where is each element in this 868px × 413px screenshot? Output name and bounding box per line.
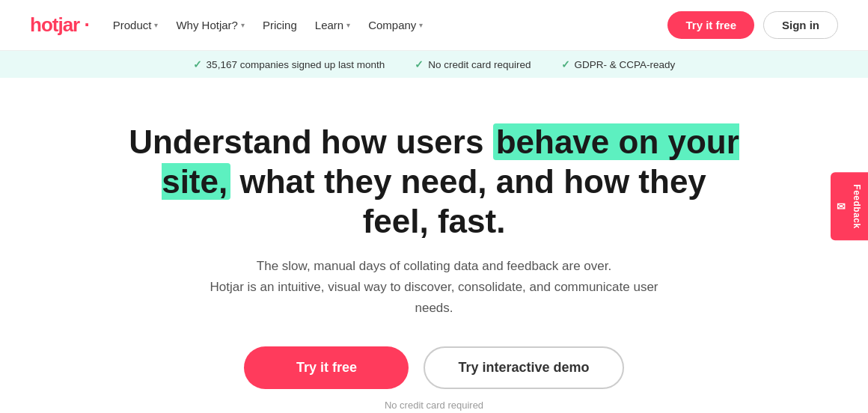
- nav-item-learn[interactable]: Learn ▾: [315, 19, 350, 31]
- trust-banner: ✓ 35,167 companies signed up last month …: [0, 51, 868, 78]
- nav-item-company[interactable]: Company ▾: [368, 19, 423, 31]
- check-icon: ✓: [561, 58, 570, 70]
- banner-text-no-cc: No credit card required: [428, 59, 531, 70]
- logo-accent: jar: [58, 13, 79, 36]
- hero-subtext: The slow, manual days of collating data …: [202, 256, 666, 319]
- nav-links: Product ▾ Why Hotjar? ▾ Pricing Learn ▾ …: [113, 19, 424, 31]
- chevron-down-icon: ▾: [154, 21, 158, 29]
- nav-item-learn-label: Learn: [315, 19, 343, 31]
- logo[interactable]: hotjar ·: [30, 13, 89, 37]
- hero-headline: Understand how users behave on your site…: [127, 123, 741, 241]
- headline-before: Understand how users: [129, 123, 493, 160]
- check-icon: ✓: [193, 58, 202, 70]
- envelope-icon: ✉: [837, 201, 846, 212]
- banner-text-companies: 35,167 companies signed up last month: [207, 59, 385, 70]
- feedback-label: Feedback: [852, 184, 862, 228]
- logo-dot: ·: [84, 13, 88, 36]
- headline-after: what they need, and how they feel, fast.: [230, 163, 706, 239]
- navbar: hotjar · Product ▾ Why Hotjar? ▾ Pricing…: [0, 0, 868, 51]
- nav-item-why-hotjar-label: Why Hotjar?: [176, 19, 238, 31]
- nav-left: hotjar · Product ▾ Why Hotjar? ▾ Pricing…: [30, 13, 423, 37]
- nav-item-pricing-label: Pricing: [263, 19, 297, 31]
- hero-section: Understand how users behave on your site…: [0, 78, 868, 413]
- hero-note: No credit card required: [385, 400, 483, 411]
- chevron-down-icon: ▾: [346, 21, 350, 29]
- chevron-down-icon: ▾: [241, 21, 245, 29]
- nav-item-pricing[interactable]: Pricing: [263, 19, 297, 31]
- check-icon: ✓: [415, 58, 424, 70]
- feedback-widget[interactable]: Feedback ✉: [831, 172, 869, 240]
- nav-item-company-label: Company: [368, 19, 416, 31]
- nav-item-product[interactable]: Product ▾: [113, 19, 159, 31]
- hero-try-free-button[interactable]: Try it free: [244, 346, 409, 389]
- nav-item-product-label: Product: [113, 19, 152, 31]
- nav-item-why-hotjar[interactable]: Why Hotjar? ▾: [176, 19, 245, 31]
- banner-item-companies: ✓ 35,167 companies signed up last month: [193, 58, 385, 70]
- subtext-line2: Hotjar is an intuitive, visual way to di…: [210, 280, 658, 315]
- hero-buttons: Try it free Try interactive demo: [244, 346, 623, 389]
- banner-item-no-cc: ✓ No credit card required: [415, 58, 531, 70]
- subtext-line1: The slow, manual days of collating data …: [257, 259, 611, 273]
- chevron-down-icon: ▾: [419, 21, 423, 29]
- banner-text-gdpr: GDPR- & CCPA-ready: [575, 59, 676, 70]
- nav-right: Try it free Sign in: [667, 11, 838, 39]
- hero-demo-button[interactable]: Try interactive demo: [424, 346, 623, 389]
- nav-sign-in-button[interactable]: Sign in: [763, 11, 838, 39]
- banner-item-gdpr: ✓ GDPR- & CCPA-ready: [561, 58, 676, 70]
- nav-try-free-button[interactable]: Try it free: [667, 11, 754, 39]
- logo-text: hot: [30, 13, 58, 36]
